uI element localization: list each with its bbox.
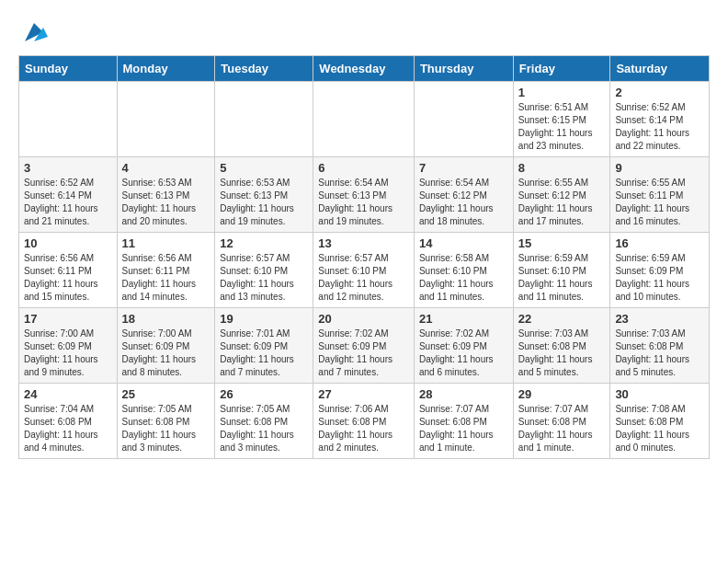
calendar-week-4: 17Sunrise: 7:00 AM Sunset: 6:09 PM Dayli… — [19, 308, 710, 384]
day-number: 22 — [518, 312, 606, 326]
calendar-cell — [414, 82, 513, 157]
page-header — [18, 18, 710, 46]
calendar: SundayMondayTuesdayWednesdayThursdayFrid… — [18, 55, 710, 459]
calendar-header-thursday: Thursday — [414, 56, 513, 82]
calendar-cell: 6Sunrise: 6:54 AM Sunset: 6:13 PM Daylig… — [313, 157, 415, 233]
calendar-cell: 15Sunrise: 6:59 AM Sunset: 6:10 PM Dayli… — [513, 233, 610, 308]
day-info: Sunrise: 6:59 AM Sunset: 6:10 PM Dayligh… — [518, 252, 606, 304]
day-number: 12 — [220, 236, 308, 250]
calendar-cell — [313, 82, 415, 157]
day-number: 7 — [419, 161, 508, 175]
calendar-week-3: 10Sunrise: 6:56 AM Sunset: 6:11 PM Dayli… — [19, 233, 710, 308]
calendar-cell: 27Sunrise: 7:06 AM Sunset: 6:08 PM Dayli… — [313, 384, 415, 459]
calendar-cell: 5Sunrise: 6:53 AM Sunset: 6:13 PM Daylig… — [215, 157, 313, 233]
day-info: Sunrise: 7:05 AM Sunset: 6:08 PM Dayligh… — [122, 403, 210, 454]
day-number: 25 — [122, 387, 210, 401]
calendar-week-5: 24Sunrise: 7:04 AM Sunset: 6:08 PM Dayli… — [19, 384, 710, 459]
day-number: 4 — [122, 161, 210, 175]
calendar-header-monday: Monday — [117, 56, 215, 82]
calendar-cell: 18Sunrise: 7:00 AM Sunset: 6:09 PM Dayli… — [117, 308, 215, 384]
day-number: 3 — [24, 161, 112, 175]
day-info: Sunrise: 6:55 AM Sunset: 6:11 PM Dayligh… — [615, 177, 704, 228]
calendar-header-tuesday: Tuesday — [215, 56, 313, 82]
calendar-cell: 10Sunrise: 6:56 AM Sunset: 6:11 PM Dayli… — [19, 233, 118, 308]
day-number: 6 — [318, 161, 409, 175]
day-number: 1 — [518, 86, 606, 99]
day-info: Sunrise: 6:53 AM Sunset: 6:13 PM Dayligh… — [220, 177, 308, 228]
calendar-cell: 11Sunrise: 6:56 AM Sunset: 6:11 PM Dayli… — [117, 233, 215, 308]
calendar-cell: 28Sunrise: 7:07 AM Sunset: 6:08 PM Dayli… — [414, 384, 513, 459]
day-info: Sunrise: 7:07 AM Sunset: 6:08 PM Dayligh… — [419, 403, 508, 454]
calendar-week-1: 1Sunrise: 6:51 AM Sunset: 6:15 PM Daylig… — [19, 82, 710, 157]
day-info: Sunrise: 6:55 AM Sunset: 6:12 PM Dayligh… — [518, 177, 606, 228]
calendar-cell: 20Sunrise: 7:02 AM Sunset: 6:09 PM Dayli… — [313, 308, 415, 384]
calendar-cell: 1Sunrise: 6:51 AM Sunset: 6:15 PM Daylig… — [513, 82, 610, 157]
calendar-cell: 14Sunrise: 6:58 AM Sunset: 6:10 PM Dayli… — [414, 233, 513, 308]
day-number: 19 — [220, 312, 308, 326]
day-number: 27 — [318, 387, 409, 401]
calendar-header-row: SundayMondayTuesdayWednesdayThursdayFrid… — [19, 56, 710, 82]
calendar-cell: 25Sunrise: 7:05 AM Sunset: 6:08 PM Dayli… — [117, 384, 215, 459]
day-number: 29 — [518, 387, 606, 401]
day-info: Sunrise: 7:05 AM Sunset: 6:08 PM Dayligh… — [220, 403, 308, 454]
day-info: Sunrise: 7:01 AM Sunset: 6:09 PM Dayligh… — [220, 327, 308, 379]
day-number: 20 — [318, 312, 409, 326]
day-info: Sunrise: 7:00 AM Sunset: 6:09 PM Dayligh… — [24, 327, 112, 379]
day-info: Sunrise: 7:03 AM Sunset: 6:08 PM Dayligh… — [518, 327, 606, 379]
calendar-header-wednesday: Wednesday — [313, 56, 415, 82]
day-number: 10 — [24, 236, 112, 250]
calendar-cell — [117, 82, 215, 157]
day-info: Sunrise: 6:51 AM Sunset: 6:15 PM Dayligh… — [518, 101, 606, 153]
day-number: 17 — [24, 312, 112, 326]
day-number: 18 — [122, 312, 210, 326]
day-info: Sunrise: 7:02 AM Sunset: 6:09 PM Dayligh… — [419, 327, 508, 379]
calendar-cell: 22Sunrise: 7:03 AM Sunset: 6:08 PM Dayli… — [513, 308, 610, 384]
day-number: 14 — [419, 236, 508, 250]
calendar-cell: 7Sunrise: 6:54 AM Sunset: 6:12 PM Daylig… — [414, 157, 513, 233]
day-info: Sunrise: 6:57 AM Sunset: 6:10 PM Dayligh… — [220, 252, 308, 304]
day-number: 13 — [318, 236, 409, 250]
day-number: 16 — [615, 236, 704, 250]
day-info: Sunrise: 6:58 AM Sunset: 6:10 PM Dayligh… — [419, 252, 508, 304]
calendar-cell: 21Sunrise: 7:02 AM Sunset: 6:09 PM Dayli… — [414, 308, 513, 384]
day-info: Sunrise: 7:03 AM Sunset: 6:08 PM Dayligh… — [615, 327, 704, 379]
calendar-cell: 12Sunrise: 6:57 AM Sunset: 6:10 PM Dayli… — [215, 233, 313, 308]
calendar-cell: 26Sunrise: 7:05 AM Sunset: 6:08 PM Dayli… — [215, 384, 313, 459]
calendar-cell: 24Sunrise: 7:04 AM Sunset: 6:08 PM Dayli… — [19, 384, 118, 459]
day-info: Sunrise: 7:04 AM Sunset: 6:08 PM Dayligh… — [24, 403, 112, 454]
day-info: Sunrise: 6:54 AM Sunset: 6:13 PM Dayligh… — [318, 177, 409, 228]
calendar-header-sunday: Sunday — [19, 56, 118, 82]
calendar-cell: 30Sunrise: 7:08 AM Sunset: 6:08 PM Dayli… — [610, 384, 710, 459]
calendar-cell — [19, 82, 118, 157]
day-number: 30 — [615, 387, 704, 401]
logo-icon — [20, 18, 48, 46]
day-info: Sunrise: 6:59 AM Sunset: 6:09 PM Dayligh… — [615, 252, 704, 304]
day-number: 8 — [518, 161, 606, 175]
calendar-cell: 23Sunrise: 7:03 AM Sunset: 6:08 PM Dayli… — [610, 308, 710, 384]
day-number: 24 — [24, 387, 112, 401]
day-number: 15 — [518, 236, 606, 250]
calendar-cell — [215, 82, 313, 157]
calendar-cell: 9Sunrise: 6:55 AM Sunset: 6:11 PM Daylig… — [610, 157, 710, 233]
calendar-week-2: 3Sunrise: 6:52 AM Sunset: 6:14 PM Daylig… — [19, 157, 710, 233]
day-info: Sunrise: 6:57 AM Sunset: 6:10 PM Dayligh… — [318, 252, 409, 304]
calendar-cell: 13Sunrise: 6:57 AM Sunset: 6:10 PM Dayli… — [313, 233, 415, 308]
logo — [18, 18, 48, 46]
day-info: Sunrise: 6:52 AM Sunset: 6:14 PM Dayligh… — [615, 101, 704, 153]
day-info: Sunrise: 6:54 AM Sunset: 6:12 PM Dayligh… — [419, 177, 508, 228]
day-number: 21 — [419, 312, 508, 326]
day-number: 5 — [220, 161, 308, 175]
day-info: Sunrise: 6:53 AM Sunset: 6:13 PM Dayligh… — [122, 177, 210, 228]
calendar-header-saturday: Saturday — [610, 56, 710, 82]
day-number: 2 — [615, 86, 704, 99]
calendar-cell: 3Sunrise: 6:52 AM Sunset: 6:14 PM Daylig… — [19, 157, 118, 233]
day-number: 26 — [220, 387, 308, 401]
day-info: Sunrise: 6:56 AM Sunset: 6:11 PM Dayligh… — [122, 252, 210, 304]
day-info: Sunrise: 7:07 AM Sunset: 6:08 PM Dayligh… — [518, 403, 606, 454]
day-info: Sunrise: 7:06 AM Sunset: 6:08 PM Dayligh… — [318, 403, 409, 454]
calendar-cell: 17Sunrise: 7:00 AM Sunset: 6:09 PM Dayli… — [19, 308, 118, 384]
day-number: 9 — [615, 161, 704, 175]
day-info: Sunrise: 6:52 AM Sunset: 6:14 PM Dayligh… — [24, 177, 112, 228]
calendar-header-friday: Friday — [513, 56, 610, 82]
calendar-cell: 16Sunrise: 6:59 AM Sunset: 6:09 PM Dayli… — [610, 233, 710, 308]
